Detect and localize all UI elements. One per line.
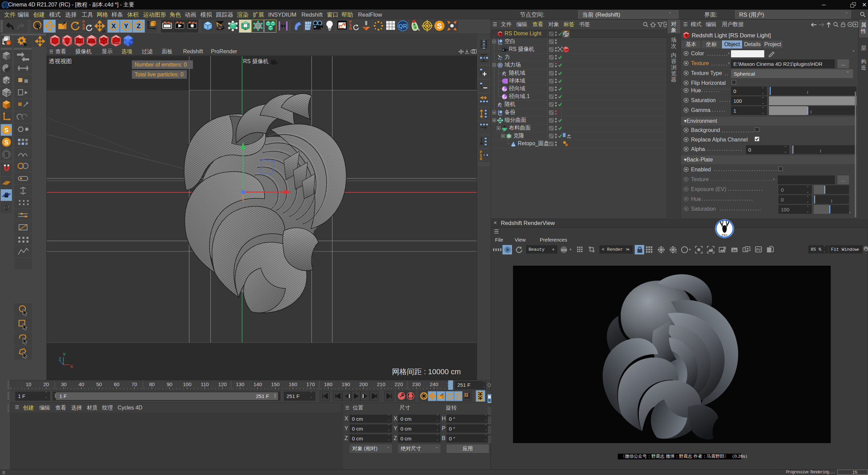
svg-text:170: 170 xyxy=(306,381,315,387)
svg-text:QR: QR xyxy=(398,23,407,30)
svg-text:190: 190 xyxy=(341,381,350,387)
svg-text:240: 240 xyxy=(430,381,438,387)
svg-text:X: X xyxy=(70,364,73,369)
svg-text:40: 40 xyxy=(79,381,84,387)
svg-text:S: S xyxy=(437,22,442,30)
svg-text:120: 120 xyxy=(218,381,226,387)
svg-text:200: 200 xyxy=(359,381,368,387)
svg-text:140: 140 xyxy=(253,381,262,387)
svg-text:S: S xyxy=(4,151,8,158)
svg-text:Z: Z xyxy=(59,357,61,362)
svg-text:S: S xyxy=(4,127,8,134)
svg-text:PV: PV xyxy=(756,248,761,252)
svg-text:30: 30 xyxy=(61,381,67,387)
svg-text:50: 50 xyxy=(96,381,102,387)
svg-text:150: 150 xyxy=(271,381,279,387)
svg-text:110: 110 xyxy=(201,381,209,387)
svg-text:(): () xyxy=(5,205,8,210)
svg-text:10: 10 xyxy=(26,381,32,387)
svg-text:20: 20 xyxy=(43,381,49,387)
svg-text:G: G xyxy=(675,250,677,253)
svg-text:X: X xyxy=(112,22,116,30)
svg-text:Z: Z xyxy=(137,22,141,30)
svg-text:220: 220 xyxy=(394,381,403,387)
svg-text:Y: Y xyxy=(124,22,129,30)
svg-text:R: R xyxy=(480,157,482,161)
svg-text:210: 210 xyxy=(377,381,385,387)
svg-text:230: 230 xyxy=(412,381,420,387)
svg-text:90: 90 xyxy=(167,381,173,387)
svg-text:S: S xyxy=(4,139,8,146)
svg-text:160: 160 xyxy=(289,381,297,387)
svg-text:100: 100 xyxy=(183,381,191,387)
svg-text:80: 80 xyxy=(149,381,155,387)
svg-text:130: 130 xyxy=(236,381,244,387)
svg-text:P: P xyxy=(457,394,460,399)
svg-text:野鹿志: 野鹿志 xyxy=(722,234,728,236)
svg-text:70: 70 xyxy=(132,381,137,387)
svg-text:Y: Y xyxy=(63,352,66,357)
svg-text:60: 60 xyxy=(114,381,120,387)
svg-text:RGB: RGB xyxy=(561,249,567,252)
svg-text:180: 180 xyxy=(324,381,332,387)
